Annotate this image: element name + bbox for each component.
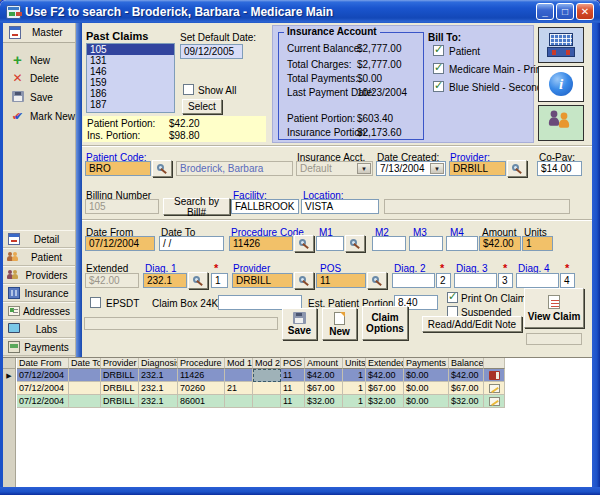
billing-button[interactable] — [538, 27, 584, 63]
selected-row-arrow-icon: ▶ — [3, 369, 15, 382]
col-pos[interactable]: POS — [281, 358, 305, 369]
past-claims-item[interactable]: 105 — [87, 44, 174, 55]
diag2-order-field[interactable]: 2 — [436, 273, 451, 288]
past-claims-title: Past Claims — [86, 30, 148, 42]
provider-field[interactable]: DRBILL — [449, 161, 506, 176]
col-units[interactable]: Units — [343, 358, 366, 369]
info-button[interactable]: i — [538, 66, 584, 102]
read-add-edit-note-button[interactable]: Read/Add/Edit Note — [422, 316, 522, 332]
diag1-field[interactable]: 232.1 — [143, 273, 187, 288]
epsdt-checkbox[interactable] — [90, 297, 101, 308]
sidebar-item-save[interactable]: Save — [3, 88, 75, 106]
claim-provider-search-button[interactable] — [294, 272, 314, 289]
col-provider[interactable]: Provider — [101, 358, 139, 369]
close-button[interactable]: ✕ — [576, 3, 594, 20]
past-claims-item[interactable]: 187 — [87, 99, 174, 110]
sidebar-item-payments[interactable]: Payments — [3, 338, 75, 356]
sidebar-item-labs[interactable]: Labs — [3, 320, 75, 338]
view-claim-button[interactable]: View Claim — [524, 288, 584, 328]
col-date-from[interactable]: Date From — [17, 358, 69, 369]
bill-to-blueshield-checkbox[interactable] — [433, 81, 444, 92]
save-disk-icon — [12, 91, 24, 102]
m1-search-button[interactable] — [345, 235, 365, 252]
past-claims-item[interactable]: 131 — [87, 55, 174, 66]
dropdown-arrow-icon[interactable]: ▼ — [430, 163, 444, 174]
amount-field[interactable]: $42.00 — [479, 236, 521, 251]
diag2-field[interactable] — [392, 273, 435, 288]
sidebar-master-header[interactable]: Master — [3, 23, 75, 43]
edit-cell[interactable] — [484, 395, 505, 408]
diag4-order-field[interactable]: 4 — [560, 273, 575, 288]
date-to-field[interactable]: / / — [159, 236, 224, 251]
diag1-search-button[interactable] — [188, 272, 208, 289]
past-claims-item[interactable]: 146 — [87, 66, 174, 77]
diag1-order-field[interactable]: 1 — [211, 273, 228, 288]
sidebar-item-providers[interactable]: Providers — [3, 266, 75, 284]
window-title: Use F2 to search - Broderick, Barbara - … — [25, 5, 333, 19]
patient-code-field[interactable]: BRO — [85, 161, 151, 176]
search-by-bill-button[interactable]: Search by Bill# — [163, 198, 230, 215]
past-claims-list[interactable]: 105 131 146 159 186 187 — [86, 43, 175, 113]
bill-to-patient-checkbox[interactable] — [433, 45, 444, 56]
claim-save-button[interactable]: Save — [282, 308, 317, 340]
pos-field[interactable]: 11 — [316, 273, 366, 288]
col-mod1[interactable]: Mod 1 — [225, 358, 253, 369]
col-payments[interactable]: Payments — [404, 358, 449, 369]
col-mod2[interactable]: Mod 2 — [253, 358, 281, 369]
grid-row-selected[interactable]: 07/12/2004 DRBILL 232.1 11426 11 $42.00 … — [17, 369, 505, 382]
focused-cell[interactable] — [253, 369, 281, 382]
pos-search-button[interactable] — [367, 272, 387, 289]
show-all-checkbox[interactable] — [183, 84, 194, 95]
procedure-search-button[interactable] — [294, 235, 314, 252]
maximize-button[interactable]: □ — [556, 3, 574, 20]
m2-field[interactable] — [372, 236, 406, 251]
col-procedure[interactable]: Procedure — [178, 358, 225, 369]
location-field[interactable]: VISTA — [301, 199, 379, 214]
sidebar-item-patient[interactable]: Patient — [3, 248, 75, 266]
patient-search-button[interactable] — [152, 160, 172, 177]
sidebar-item-mark-new[interactable]: ✔✔ Mark New — [3, 107, 75, 125]
date-created-select[interactable]: 7/13/2004▼ — [376, 161, 446, 176]
bill-to-medicare-checkbox[interactable] — [433, 63, 444, 74]
units-field[interactable]: 1 — [522, 236, 553, 251]
magnifier-icon — [299, 239, 306, 246]
col-extended[interactable]: Extended — [366, 358, 404, 369]
past-claims-item[interactable]: 186 — [87, 88, 174, 99]
addresses-icon — [8, 306, 20, 316]
co-pay-field[interactable]: $14.00 — [537, 161, 582, 176]
minimize-button[interactable]: _ — [536, 3, 554, 20]
m3-field[interactable] — [409, 236, 443, 251]
diag3-field[interactable] — [454, 273, 497, 288]
print-on-claim-checkbox[interactable] — [447, 292, 458, 303]
payments-label: Payments — [22, 342, 75, 353]
m4-field[interactable] — [446, 236, 478, 251]
col-date-to[interactable]: Date To — [69, 358, 101, 369]
select-button[interactable]: Select — [182, 99, 222, 114]
procedure-code-field[interactable]: 11426 — [229, 236, 293, 251]
edit-cell[interactable] — [484, 382, 505, 395]
grid-row[interactable]: 07/12/2004 DRBILL 232.1 86001 11 $32.00 … — [17, 395, 505, 408]
patients-button[interactable] — [538, 105, 584, 141]
note-cell[interactable] — [484, 369, 505, 382]
sidebar-item-detail[interactable]: Detail — [3, 230, 75, 248]
claim-provider-field[interactable]: DRBILL — [232, 273, 293, 288]
magnifier-icon — [512, 164, 519, 171]
default-date-field[interactable]: 09/12/2005 — [180, 44, 243, 59]
col-amount[interactable]: Amount — [305, 358, 343, 369]
provider-search-button[interactable] — [507, 160, 527, 177]
m1-field[interactable] — [316, 236, 344, 251]
claim-options-button[interactable]: Claim Options — [362, 306, 408, 340]
col-diagnosis[interactable]: Diagnosis — [139, 358, 178, 369]
facility-field[interactable]: FALLBROOK — [231, 199, 299, 214]
diag3-order-field[interactable]: 3 — [498, 273, 513, 288]
diag4-field[interactable] — [516, 273, 559, 288]
date-from-field[interactable]: 07/12/2004 — [85, 236, 155, 251]
grid-row[interactable]: 07/12/2004 DRBILL 232.1 70260 21 11 $67.… — [17, 382, 505, 395]
col-balance[interactable]: Balance — [449, 358, 484, 369]
sidebar-item-insurance[interactable]: Insurance — [3, 284, 75, 302]
sidebar-item-delete[interactable]: ✕ Delete — [3, 69, 75, 87]
sidebar-item-new[interactable]: + New — [3, 51, 75, 69]
past-claims-item[interactable]: 159 — [87, 77, 174, 88]
sidebar-item-addresses[interactable]: Addresses — [3, 302, 75, 320]
claim-new-button[interactable]: New — [322, 308, 357, 340]
